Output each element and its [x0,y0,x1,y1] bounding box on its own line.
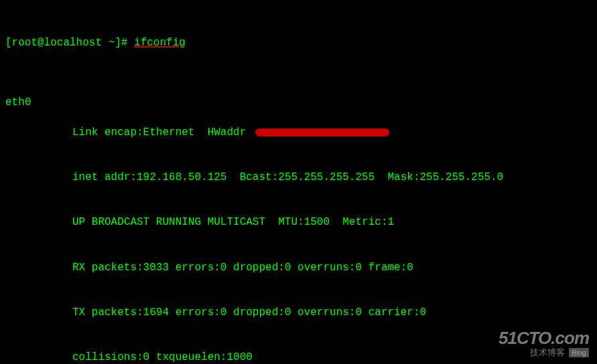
terminal-output[interactable]: [root@localhost ~]# ifconfig eth0 Link e… [5,5,592,364]
interface-eth0: eth0 Link encap:Ethernet HWaddr inet add… [5,95,592,364]
prompt-line-1: [root@localhost ~]# ifconfig [5,35,592,50]
watermark-blog-badge: Blog [569,348,589,357]
iface-body-eth0: Link encap:Ethernet HWaddr inet addr:192… [72,95,592,364]
eth0-link-line: Link encap:Ethernet HWaddr [72,125,592,140]
eth0-rx-packets: RX packets:3033 errors:0 dropped:0 overr… [72,260,592,275]
command-text: ifconfig [134,35,186,50]
watermark-main: 51CTO.com [499,329,589,348]
watermark-sub-text: 技术博客 [530,348,565,357]
eth0-link-text: Link encap:Ethernet HWaddr [72,126,253,139]
iface-name-eth0: eth0 [5,95,72,364]
redaction-hwaddr [255,128,389,136]
watermark-sub: 技术博客 Blog [499,348,589,357]
eth0-inet-line: inet addr:192.168.50.125 Bcast:255.255.2… [72,170,592,185]
eth0-flags-line: UP BROADCAST RUNNING MULTICAST MTU:1500 … [72,215,592,230]
watermark: 51CTO.com 技术博客 Blog [499,329,589,357]
shell-prompt: [root@localhost ~]# [5,35,134,50]
eth0-tx-packets: TX packets:1694 errors:0 dropped:0 overr… [72,305,592,320]
